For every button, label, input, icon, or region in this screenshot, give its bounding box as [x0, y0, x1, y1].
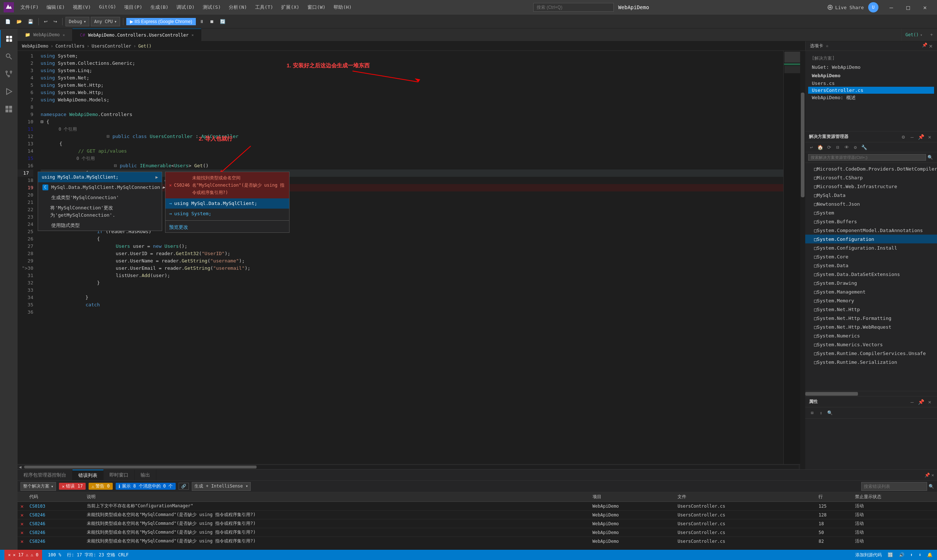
code-line-27[interactable]: Users user = new Users(); [41, 243, 783, 250]
props-search-icon[interactable]: 🔍 [826, 409, 834, 417]
error-row-2[interactable]: ✕ CS0246 未能找到类型或命名空间名"MySqlCommand"(是否缺少… [18, 519, 937, 528]
se-item-system-configuration-install[interactable]: □ System.Configuration.Install [805, 243, 937, 252]
breadcrumb-part-4[interactable]: Get() [138, 43, 152, 49]
code-line-35[interactable]: catch [41, 301, 783, 309]
menu-file[interactable]: 文件(F) [17, 3, 42, 12]
code-line-3[interactable]: using System.Linq; [41, 67, 783, 74]
code-line-14[interactable]: // GET api/values [41, 148, 783, 155]
se-filter-icon[interactable]: ⚙ [900, 133, 907, 140]
error-row-3[interactable]: ✕ CS0246 未能找到类型或命名空间名"MySqlCommand"(是否缺少… [18, 528, 937, 537]
nuget-users-controller-cs[interactable]: UsersController.cs [808, 87, 934, 94]
error-search-input[interactable] [861, 482, 927, 491]
se-search-input[interactable] [808, 154, 926, 161]
error-tooltip-option-2[interactable]: → using System; [165, 209, 289, 219]
se-item-system-data[interactable]: □ System.Data [805, 261, 937, 270]
autocomplete-item-0[interactable]: C MySql.Data.MySqlClient.MySqlConnection… [38, 182, 162, 192]
error-row-0[interactable]: ✕ CS0103 当前上下文中不存在名称"ConfigurationManage… [18, 502, 937, 511]
menu-project[interactable]: 项目(P) [120, 3, 146, 12]
menu-debug[interactable]: 调试(D) [173, 3, 198, 12]
menu-extensions[interactable]: 扩展(X) [277, 3, 303, 12]
error-tooltip-footer[interactable]: 预览更改 [165, 222, 289, 232]
props-grid-icon[interactable]: ⊞ [808, 409, 816, 417]
debug-config-dropdown[interactable]: Debug ▾ [66, 17, 89, 26]
se-home-icon[interactable]: 🏠 [816, 143, 824, 151]
se-item-system-buffers[interactable]: □ System.Buffers [805, 217, 937, 226]
se-pin-icon[interactable]: 📌 [917, 133, 925, 140]
save-button[interactable]: 💾 [26, 18, 35, 25]
props-close-icon[interactable]: ✕ [926, 398, 933, 406]
status-error-count[interactable]: ✕ ✕ 17 ⚠ ⚠ 0 [5, 550, 42, 560]
se-scroll-thumb[interactable] [805, 392, 858, 395]
se-filter-icon-2[interactable]: ⚙ [851, 143, 859, 151]
col-status[interactable]: 禁止显示状态 [852, 492, 937, 502]
pause-button[interactable]: ⏸ [197, 18, 206, 25]
code-line-31[interactable]: listUser.Add(user); [41, 272, 783, 279]
global-search-input[interactable] [533, 3, 614, 12]
menu-test[interactable]: 测试(S) [199, 3, 225, 12]
maximize-button[interactable]: □ [900, 0, 917, 15]
col-icon[interactable] [18, 492, 26, 502]
se-item-system-data-dataset[interactable]: □ System.Data.DataSetExtensions [805, 270, 937, 278]
tab-webapidemo[interactable]: 📁 WebApiDemo ✕ [18, 29, 72, 41]
menu-window[interactable]: 窗口(W) [304, 3, 329, 12]
autocomplete-item-2[interactable]: 将'MySqlConnection'更改为'getMySqlConnection… [38, 203, 162, 220]
se-sync-icon[interactable]: ⟳ [825, 143, 833, 151]
bottom-tab-pkg-manager[interactable]: 程序包管理器控制台 [18, 469, 72, 480]
props-sort-icon[interactable]: ↕ [817, 409, 825, 417]
error-row-4[interactable]: ✕ CS0246 未能找到类型或命名空间名"MySqlCommand"(是否缺少… [18, 537, 937, 545]
se-item-system-management[interactable]: □ System.Management [805, 287, 937, 296]
restart-button[interactable]: 🔄 [218, 18, 228, 25]
code-line-8[interactable] [41, 103, 783, 111]
open-file-button[interactable]: 📂 [14, 18, 24, 25]
status-bell-icon[interactable]: 🔔 [927, 552, 932, 557]
props-collapse-icon[interactable]: — [908, 398, 916, 406]
code-line-34[interactable]: } [41, 294, 783, 301]
menu-git[interactable]: Git(G) [95, 3, 120, 12]
nuget-summary[interactable]: WebApiDemo: 概述 [808, 94, 934, 102]
tab-close-2[interactable]: ✕ [191, 33, 194, 37]
method-selector[interactable]: Get() [906, 32, 919, 37]
bottom-tab-output[interactable]: 输出 [135, 469, 156, 480]
user-avatar[interactable]: U [868, 2, 879, 12]
se-item-system-component[interactable]: □ System.ComponentModel.DataAnnotations [805, 226, 937, 235]
stop-button[interactable]: ⏹ [208, 18, 216, 25]
se-item-system-numerics-vectors[interactable]: □ System.Numerics.Vectors [805, 340, 937, 349]
se-item-system-runtime-compiler[interactable]: □ System.Runtime.CompilerServices.Unsafe [805, 349, 937, 358]
status-download-icon[interactable]: ⬇ [919, 552, 921, 557]
close-button[interactable]: ✕ [917, 0, 933, 15]
se-item-system-net-http[interactable]: □ System.Net.Http [805, 305, 937, 314]
solution-filter-dropdown[interactable]: 整个解决方案 ▾ [20, 482, 56, 491]
activity-git[interactable] [0, 65, 18, 83]
se-item-system[interactable]: □ System [805, 208, 937, 217]
se-collapse-all-icon[interactable]: ⊟ [834, 143, 842, 151]
se-item-system-net-http-webrequest[interactable]: □ System.Net.Http.WebRequest [805, 323, 937, 331]
se-search-button[interactable]: 🔍 [926, 153, 934, 162]
code-line-10[interactable]: ⊟ { [41, 118, 783, 126]
scroll-left-button[interactable]: ◀ [18, 465, 23, 469]
se-item-system-core[interactable]: □ System.Core [805, 252, 937, 261]
se-item-newtonsoft[interactable]: □ Newtonsoft.Json [805, 200, 937, 208]
redo-button[interactable]: ↪ [51, 18, 59, 25]
code-line-9[interactable]: namespace WebApiDemo.Controllers [41, 111, 783, 118]
code-line-11[interactable]: 0 个引用 [41, 126, 783, 133]
menu-view[interactable]: 视图(V) [69, 3, 94, 12]
se-item-system-numerics[interactable]: □ System.Numerics [805, 331, 937, 340]
nuget-project-label[interactable]: WebApiDemo [808, 71, 934, 80]
se-item-microsoft-csharp[interactable]: □ Microsoft.CSharp [805, 173, 937, 182]
tab-userscontroller[interactable]: C# WebApiDemo.Controllers.UsersControlle… [72, 29, 201, 41]
col-code[interactable]: 代码 [26, 492, 84, 502]
status-sound-icon[interactable]: 🔊 [899, 552, 905, 557]
undo-button[interactable]: ↩ [42, 18, 50, 25]
panel-close-icon[interactable]: ✕ [929, 43, 932, 49]
activity-debug[interactable] [0, 83, 18, 100]
breadcrumb-part-2[interactable]: Controllers [55, 43, 84, 49]
info-count-badge[interactable]: ℹ 展示 8 个消息中的 0 个 [115, 483, 176, 490]
code-line-2[interactable]: using System.Collections.Generic; [41, 60, 783, 67]
activity-explorer[interactable] [0, 30, 18, 48]
menu-analyze[interactable]: 分析(N) [225, 3, 250, 12]
code-line-29[interactable]: user.UserName = reader.GetString("userna… [41, 257, 783, 265]
se-show-all-icon[interactable]: 👁 [843, 143, 851, 151]
se-item-system-net-http-formatting[interactable]: □ System.Net.Http.Formatting [805, 314, 937, 323]
run-button[interactable]: ▶ IIS Express (Google Chrome) [126, 18, 196, 25]
menu-tools[interactable]: 工具(T) [251, 3, 277, 12]
